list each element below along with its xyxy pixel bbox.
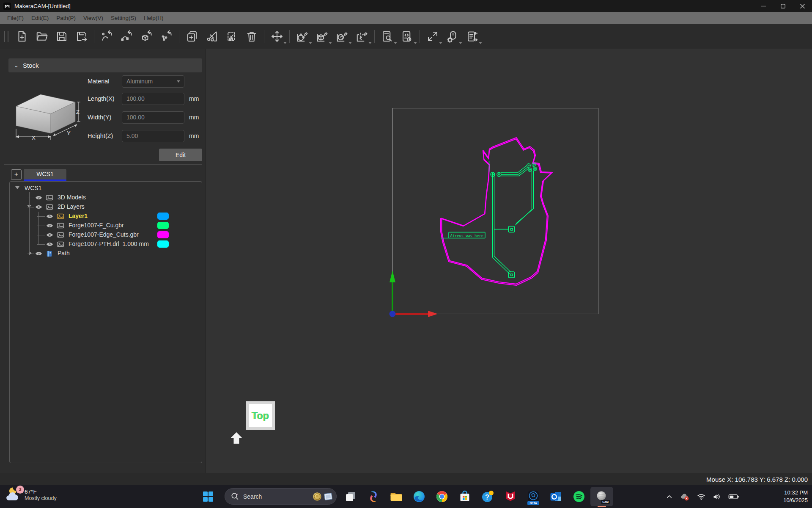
edit-model-button[interactable] bbox=[312, 27, 332, 46]
material-select[interactable]: Aluminum bbox=[122, 75, 184, 88]
visibility-eye-icon[interactable] bbox=[35, 194, 43, 203]
battery-icon[interactable] bbox=[728, 493, 739, 500]
layer-color-swatch[interactable] bbox=[157, 222, 169, 229]
dropdown-caret-icon[interactable] bbox=[368, 42, 372, 44]
delete-button[interactable] bbox=[241, 27, 261, 46]
weather-widget[interactable]: 3 67°F Mostly cloudy bbox=[4, 487, 57, 503]
chevron-up-icon[interactable] bbox=[666, 494, 672, 500]
menu-file[interactable]: File(F) bbox=[3, 12, 27, 24]
gcode-button[interactable] bbox=[397, 27, 417, 46]
app-badge: BETA bbox=[527, 501, 539, 505]
stock-edit-button[interactable]: Edit bbox=[159, 149, 202, 161]
maximize-button[interactable] bbox=[773, 0, 793, 12]
fullscreen-button[interactable] bbox=[422, 27, 442, 46]
cut-button[interactable] bbox=[202, 27, 222, 46]
add-wcs-tab-button[interactable]: + bbox=[11, 169, 22, 180]
width-input[interactable]: 100.00 bbox=[122, 111, 184, 124]
edit-laser-button[interactable] bbox=[352, 27, 372, 46]
minimize-button[interactable] bbox=[754, 0, 773, 12]
menu-help[interactable]: Help(H) bbox=[140, 12, 167, 24]
tab-wcs1[interactable]: WCS1 bbox=[24, 169, 66, 179]
new-file-button[interactable] bbox=[12, 27, 32, 46]
dropdown-caret-icon[interactable] bbox=[283, 42, 287, 44]
menu-edit[interactable]: Edit(E) bbox=[27, 12, 52, 24]
simulation-button[interactable] bbox=[442, 27, 462, 46]
preview-button[interactable] bbox=[377, 27, 397, 46]
crop-button[interactable] bbox=[222, 27, 241, 46]
taskbar-app-microsoft-store[interactable] bbox=[453, 487, 476, 506]
edit-drill-button[interactable] bbox=[332, 27, 352, 46]
toolbar-drag-handle[interactable] bbox=[4, 31, 8, 42]
taskbar-app-chrome[interactable] bbox=[431, 487, 453, 506]
taskbar-app-game-beta[interactable]: BETA bbox=[522, 487, 545, 506]
move-button[interactable] bbox=[267, 27, 287, 46]
import-model-button[interactable] bbox=[137, 27, 156, 46]
layer-color-swatch[interactable] bbox=[157, 213, 169, 220]
save-file-button[interactable] bbox=[52, 27, 71, 46]
taskbar-app-task-view[interactable] bbox=[339, 487, 362, 506]
layer-color-swatch[interactable] bbox=[157, 231, 169, 238]
visibility-eye-icon[interactable] bbox=[35, 204, 43, 212]
taskbar-app-edge[interactable] bbox=[408, 487, 431, 506]
dropdown-caret-icon[interactable] bbox=[479, 42, 482, 44]
dropdown-caret-icon[interactable] bbox=[329, 42, 332, 44]
open-file-button[interactable] bbox=[32, 27, 52, 46]
taskbar-app-makeracam[interactable]: CAM bbox=[590, 487, 613, 506]
menu-path[interactable]: Path(P) bbox=[52, 12, 80, 24]
dropdown-caret-icon[interactable] bbox=[309, 42, 312, 44]
close-button[interactable] bbox=[793, 0, 812, 12]
import-traces-button[interactable] bbox=[156, 27, 176, 46]
edit-curve-button[interactable] bbox=[292, 27, 312, 46]
tree-root-label: WCS1 bbox=[25, 185, 41, 191]
length-label: Length(X) bbox=[88, 93, 115, 105]
copy-button[interactable] bbox=[182, 27, 202, 46]
taskbar-app-help-tips[interactable]: ? bbox=[476, 487, 499, 506]
tree-item-path[interactable]: Path bbox=[10, 249, 201, 258]
view-cube[interactable]: Top bbox=[246, 401, 275, 430]
start-button[interactable] bbox=[201, 490, 215, 503]
wifi-icon[interactable] bbox=[697, 493, 705, 500]
visibility-eye-icon[interactable] bbox=[46, 213, 54, 221]
taskbar-app-outlook[interactable] bbox=[545, 487, 568, 506]
mouse-coordinates: Mouse X: 106.783 Y: 6.678 Z: 0.000 bbox=[706, 476, 808, 483]
search-placeholder: Search bbox=[243, 493, 313, 500]
layer-color-swatch[interactable] bbox=[157, 240, 169, 248]
dropdown-caret-icon[interactable] bbox=[414, 42, 417, 44]
visibility-eye-icon[interactable] bbox=[46, 232, 54, 240]
dropdown-caret-icon[interactable] bbox=[348, 42, 352, 44]
visibility-eye-icon[interactable] bbox=[46, 222, 54, 231]
taskbar-app-file-explorer[interactable] bbox=[385, 487, 408, 506]
taskbar-app-mcafee[interactable] bbox=[499, 487, 522, 506]
menu-setting[interactable]: Setting(S) bbox=[107, 12, 140, 24]
onedrive-error-icon[interactable] bbox=[680, 492, 690, 501]
expander-icon[interactable] bbox=[15, 186, 19, 189]
tree-root-wcs1[interactable]: WCS1 bbox=[10, 184, 201, 193]
length-input[interactable]: 100.00 bbox=[122, 93, 184, 105]
volume-icon[interactable] bbox=[713, 493, 721, 500]
search-highlight-box-icon bbox=[324, 492, 333, 501]
import-spline-button[interactable] bbox=[117, 27, 137, 46]
width-label: Width(Y) bbox=[88, 111, 111, 124]
post-process-button[interactable] bbox=[462, 27, 482, 46]
save-file-as-button[interactable] bbox=[71, 27, 91, 46]
search-icon bbox=[231, 492, 239, 500]
taskbar-app-copilot[interactable] bbox=[362, 487, 385, 506]
stock-section-header[interactable]: ⌄ Stock bbox=[8, 58, 202, 72]
simulation-icon bbox=[446, 30, 459, 43]
dropdown-caret-icon[interactable] bbox=[459, 42, 462, 44]
tree-item-2d-layers[interactable]: 2D Layers bbox=[10, 202, 201, 212]
height-input[interactable]: 5.00 bbox=[122, 130, 184, 142]
import-curve-button[interactable] bbox=[97, 27, 117, 46]
home-view-icon[interactable] bbox=[230, 432, 242, 444]
tree-item-3d-models[interactable]: 3D Models bbox=[10, 193, 201, 202]
dropdown-caret-icon[interactable] bbox=[439, 42, 442, 44]
menu-view[interactable]: View(V) bbox=[80, 12, 107, 24]
taskbar-clock[interactable]: 10:32 PM 10/6/2025 bbox=[783, 489, 808, 504]
visibility-eye-icon[interactable] bbox=[35, 250, 43, 259]
taskbar-app-spotify[interactable] bbox=[568, 487, 590, 506]
viewport-canvas[interactable]: Atreus was here Top bbox=[206, 49, 812, 473]
search-box[interactable]: Search bbox=[225, 488, 337, 505]
height-value: 5.00 bbox=[126, 133, 138, 139]
dropdown-caret-icon[interactable] bbox=[394, 42, 397, 44]
visibility-eye-icon[interactable] bbox=[46, 241, 54, 249]
